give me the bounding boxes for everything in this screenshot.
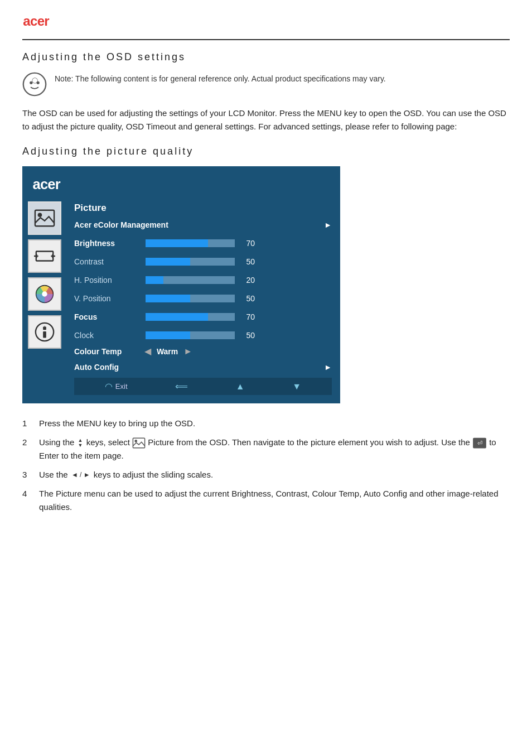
osd-label-autoconfig: Auto Config xyxy=(74,363,141,372)
osd-label-brightness: Brightness xyxy=(74,239,141,248)
osd-label-ecolor: Acer eColor Management xyxy=(74,220,168,229)
osd-row-ecolor: Acer eColor Management ► xyxy=(74,217,332,233)
svg-rect-20 xyxy=(133,438,145,448)
list-num-2: 2 xyxy=(22,436,39,449)
osd-value-hposition: 20 xyxy=(239,276,255,285)
osd-value-contrast: 50 xyxy=(239,257,255,266)
list-num-4: 4 xyxy=(22,487,39,500)
osd-menu-container: acer xyxy=(22,166,340,403)
exit-icon: ◠ xyxy=(105,381,113,392)
osd-row-hposition: H. Position 20 xyxy=(74,272,332,288)
osd-slider-contrast[interactable] xyxy=(146,258,235,266)
acer-logo: acer xyxy=(22,10,67,32)
osd-value-colourtemp: Warm xyxy=(154,347,180,356)
svg-point-15 xyxy=(42,291,47,297)
osd-body: i Picture Acer eColor Management ► Brigh… xyxy=(23,198,340,398)
osd-arrow-left-colourtemp[interactable]: ◀ xyxy=(144,346,151,357)
osd-slider-clock[interactable] xyxy=(146,331,235,339)
osd-label-contrast: Contrast xyxy=(74,257,141,266)
list-item-1: 1 Press the MENU key to bring up the OSD… xyxy=(22,417,510,430)
svg-rect-9 xyxy=(36,251,53,261)
list-item-3: 3 Use the ◄ / ► keys to adjust the slidi… xyxy=(22,468,510,481)
osd-bottom-up[interactable]: ▲ xyxy=(236,382,245,392)
osd-exit-label: Exit xyxy=(115,382,128,391)
osd-label-clock: Clock xyxy=(74,331,141,340)
osd-slider-hposition[interactable] xyxy=(146,276,235,284)
osd-sidebar-geometry[interactable] xyxy=(28,239,61,273)
lr-arrows: ◄ / ► xyxy=(71,470,90,480)
osd-header: acer xyxy=(23,167,340,198)
osd-row-vposition: V. Position 50 xyxy=(74,291,332,306)
list-num-1: 1 xyxy=(22,417,39,430)
svg-point-8 xyxy=(38,213,42,218)
osd-bottom-exit[interactable]: ◠ Exit xyxy=(105,381,128,392)
osd-arrow-ecolor: ► xyxy=(324,220,332,229)
osd-bottom-bar: ◠ Exit ⟸ ▲ ▼ xyxy=(74,378,332,395)
osd-row-contrast: Contrast 50 xyxy=(74,254,332,269)
body-paragraph: The OSD can be used for adjusting the se… xyxy=(22,107,510,133)
osd-value-brightness: 70 xyxy=(239,239,255,248)
osd-acer-logo: acer xyxy=(32,174,82,194)
osd-sidebar-picture[interactable] xyxy=(28,201,61,235)
osd-bottom-enter[interactable]: ⟸ xyxy=(175,381,188,392)
osd-label-vposition: V. Position xyxy=(74,294,141,303)
osd-slider-focus[interactable] xyxy=(146,313,235,321)
osd-value-clock: 50 xyxy=(239,331,255,340)
svg-point-21 xyxy=(135,440,138,442)
instructions-list: 1 Press the MENU key to bring up the OSD… xyxy=(22,417,510,514)
osd-sidebar: i xyxy=(23,198,66,398)
osd-label-colourtemp: Colour Temp xyxy=(74,347,141,356)
enter-icon: ⟸ xyxy=(175,381,188,392)
osd-bottom-down[interactable]: ▼ xyxy=(292,382,301,392)
osd-row-autoconfig: Auto Config ► xyxy=(74,359,332,375)
osd-label-hposition: H. Position xyxy=(74,276,141,285)
list-item-2: 2 Using the ▲▼ keys, select Picture from… xyxy=(22,436,510,463)
note-row: ◯ Note: The following content is for gen… xyxy=(22,72,510,97)
main-content: Adjusting the OSD settings ◯ Note: The f… xyxy=(0,40,532,542)
svg-rect-19 xyxy=(43,327,46,330)
note-icon: ◯ xyxy=(22,72,47,97)
list-num-3: 3 xyxy=(22,468,39,481)
svg-text:acer: acer xyxy=(33,176,61,192)
osd-sidebar-color[interactable] xyxy=(28,277,61,311)
picture-icon-inline xyxy=(132,437,146,449)
osd-row-colourtemp: Colour Temp ◀ Warm ► xyxy=(74,346,332,357)
osd-slider-vposition[interactable] xyxy=(146,295,235,302)
page-header: acer xyxy=(0,0,532,32)
list-content-4: The Picture menu can be used to adjust t… xyxy=(39,487,510,514)
section1-heading: Adjusting the OSD settings xyxy=(22,51,510,63)
svg-point-3 xyxy=(30,81,32,84)
up-arrow-icon: ▲ xyxy=(236,382,245,392)
list-content-3: Use the ◄ / ► keys to adjust the sliding… xyxy=(39,468,510,481)
osd-arrow-autoconfig: ► xyxy=(324,363,332,372)
osd-sidebar-info[interactable]: i xyxy=(28,315,61,349)
list-content-1: Press the MENU key to bring up the OSD. xyxy=(39,417,510,430)
svg-text:⏎: ⏎ xyxy=(477,440,482,446)
osd-row-clock: Clock 50 xyxy=(74,328,332,343)
osd-value-focus: 70 xyxy=(239,312,255,321)
osd-content: Picture Acer eColor Management ► Brightn… xyxy=(66,198,340,398)
svg-rect-18 xyxy=(43,331,46,338)
down-arrow-icon: ▼ xyxy=(292,382,301,392)
osd-row-focus: Focus 70 xyxy=(74,309,332,325)
list-content-2: Using the ▲▼ keys, select Picture from t… xyxy=(39,436,510,463)
svg-point-4 xyxy=(37,81,40,84)
osd-menu-title: Picture xyxy=(74,203,332,214)
osd-slider-brightness[interactable] xyxy=(146,239,235,247)
osd-row-brightness: Brightness 70 xyxy=(74,235,332,251)
svg-text:acer: acer xyxy=(23,13,49,28)
svg-rect-7 xyxy=(35,210,54,227)
section2-heading: Adjusting the picture quality xyxy=(22,146,510,157)
note-text: Note: The following content is for gener… xyxy=(55,72,386,85)
up-down-arrows: ▲▼ xyxy=(78,438,83,448)
enter-icon-inline: ⏎ xyxy=(472,437,487,449)
osd-value-vposition: 50 xyxy=(239,294,255,303)
list-item-4: 4 The Picture menu can be used to adjust… xyxy=(22,487,510,514)
osd-arrow-right-colourtemp[interactable]: ► xyxy=(183,346,192,357)
osd-label-focus: Focus xyxy=(74,312,141,321)
